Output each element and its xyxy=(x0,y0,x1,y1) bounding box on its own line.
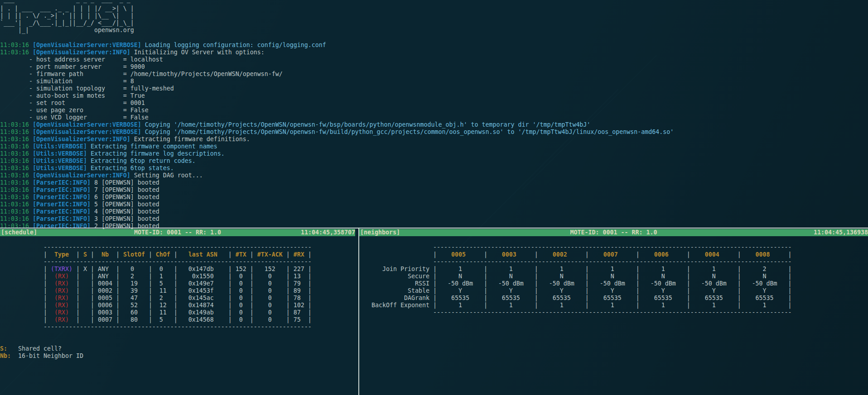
neighbors-refresh-timestamp: 11:04:45,136938 xyxy=(814,229,868,236)
table-row: | (RX) | | 0002 | 39 | 11 | 0x1453f | 0 … xyxy=(0,287,312,295)
pane-top-border xyxy=(0,228,868,228)
banner-line: ___ _ _ _ ___ _ _ xyxy=(0,0,134,3)
table-border: ----------------------------------------… xyxy=(361,244,792,251)
log-continuation-line: - port number server = 9000 xyxy=(0,63,674,71)
banner-line: | | || . \/ ._>| ' || | | |\__ \| | xyxy=(0,12,134,19)
table-row: DAGrank | 65535 | 65535 | 65535 | 65535 … xyxy=(361,295,792,302)
neighbors-mote-info: MOTE-ID: 0001 -- RR: 1.0 xyxy=(359,229,868,236)
table-row: | (TXRX) | X | ANY | 0 | 0 | 0x147db | 1… xyxy=(0,266,312,273)
log-line: 11:03:16 [Utils:VERBOSE] Extracting firm… xyxy=(0,143,674,150)
table-header-row: | Type | S | Nb | SlotOf | ChOf | last A… xyxy=(0,251,312,258)
table-row: RSSI | -50 dBm | -50 dBm | -50 dBm | -50… xyxy=(361,280,792,287)
log-line: 11:03:16 [ParserIEC:INFO] 4 [OPENWSN] bo… xyxy=(0,208,674,215)
log-continuation-line: - auto-boot sim motes = True xyxy=(0,92,674,100)
table-row: | (RX) | | ANY | 2 | 1 | 0x1550 | 0 | 0 … xyxy=(0,273,312,280)
schedule-pane-titlebar[interactable]: [schedule] MOTE-ID: 0001 -- RR: 1.0 11:0… xyxy=(0,229,355,236)
log-line: 11:03:16 [OpenVisualizerServer:VERBOSE] … xyxy=(0,42,674,49)
banner-line: |_| openwsn.org xyxy=(0,27,134,34)
log-line: 11:03:16 [OpenVisualizerServer:INFO] Ini… xyxy=(0,49,674,56)
log-continuation-line: - use VCD logger = False xyxy=(0,114,674,121)
table-border: ----------------------------------------… xyxy=(0,244,312,251)
log-line: 11:03:16 [OpenVisualizerServer:INFO] Ext… xyxy=(0,136,674,143)
log-line: 11:03:16 [Utils:VERBOSE] Extracting firm… xyxy=(0,150,674,157)
banner-line: | . | ___ ___ ._ _ | | | |/ __>| \ | xyxy=(0,5,134,12)
log-continuation-line: - use page zero = False xyxy=(0,107,674,114)
log-line: 11:03:16 [ParserIEC:INFO] 3 [OPENWSN] bo… xyxy=(0,215,674,223)
schedule-refresh-timestamp: 11:04:45,358707 xyxy=(301,229,355,236)
legend-line: Nb: 16-bit Neighbor ID xyxy=(0,352,312,360)
ascii-logo: | . | ___ ___ ._ _ | | | |/ __>| \ || | … xyxy=(0,5,134,34)
log-continuation-line: - host address server = localhost xyxy=(0,56,674,63)
table-row: | (RX) | | 0006 | 52 | 12 | 0x14874 | 0 … xyxy=(0,302,312,309)
table-row: Secure | N | N | N | N | N | N | N | xyxy=(361,273,792,280)
log-line: 11:03:16 [Utils:VERBOSE] Extracting 6top… xyxy=(0,157,674,165)
table-row: Join Priority | 1 | 1 | 1 | 1 | 1 | 1 | … xyxy=(361,266,792,273)
blank-line xyxy=(0,331,312,338)
log-line: 11:03:16 [ParserIEC:INFO] 7 [OPENWSN] bo… xyxy=(0,186,674,194)
table-border: ----------------------------------------… xyxy=(361,258,792,266)
table-row: | (RX) | | 0005 | 47 | 2 | 0x145ac | 0 |… xyxy=(0,295,312,302)
blank-line xyxy=(0,237,312,244)
log-line: 11:03:16 [ParserIEC:INFO] 8 [OPENWSN] bo… xyxy=(0,179,674,186)
terminal-screen: { "colors": { "background": "#0a2530", "… xyxy=(0,0,868,395)
log-continuation-line: - simulation topology = fully-meshed xyxy=(0,85,674,92)
table-header-row: | 0005 | 0003 | 0002 | 0007 | 0006 | 000… xyxy=(361,251,792,258)
table-row: Stable | Y | Y | Y | Y | Y | Y | Y | xyxy=(361,287,792,295)
banner-line: `___'| _/\___.|_|_||__/_/ <___/|_\_| xyxy=(0,19,134,27)
table-row: | (RX) | | 0007 | 80 | 5 | 0x14568 | 0 |… xyxy=(0,316,312,324)
server-log[interactable]: 11:03:16 [OpenVisualizerServer:VERBOSE] … xyxy=(0,42,674,230)
log-line: 11:03:16 [Utils:VERBOSE] Extracting 6top… xyxy=(0,165,674,172)
neighbors-table[interactable]: ----------------------------------------… xyxy=(361,237,792,316)
log-continuation-line: - firmware path = /home/timothy/Projects… xyxy=(0,71,674,78)
table-border: ----------------------------------------… xyxy=(0,324,312,331)
log-line: 11:03:16 [OpenVisualizerServer:VERBOSE] … xyxy=(0,128,674,136)
table-row: BackOff Exponent | 1 | 1 | 1 | 1 | 1 | 1… xyxy=(361,302,792,309)
table-border: ----------------------------------------… xyxy=(0,258,312,266)
table-border: ----------------------------------------… xyxy=(361,309,792,316)
log-line: 11:03:16 [OpenVisualizerServer:VERBOSE] … xyxy=(0,121,674,128)
neighbors-pane-titlebar[interactable]: [neighbors] MOTE-ID: 0001 -- RR: 1.0 11:… xyxy=(359,229,868,236)
legend-line: S: Shared cell? xyxy=(0,345,312,352)
log-line: 11:03:16 [OpenVisualizerServer:INFO] Set… xyxy=(0,172,674,179)
table-row: | (RX) | | 0003 | 60 | 11 | 0x149ab | 0 … xyxy=(0,309,312,316)
log-continuation-line: - simulation = 8 xyxy=(0,78,674,85)
log-continuation-line: - set root = 0001 xyxy=(0,100,674,107)
blank-line xyxy=(361,237,792,244)
log-line: 11:03:16 [ParserIEC:INFO] 6 [OPENWSN] bo… xyxy=(0,194,674,201)
log-line: 11:03:16 [ParserIEC:INFO] 5 [OPENWSN] bo… xyxy=(0,201,674,208)
ascii-logo-top: ___ _ _ _ ___ _ _ xyxy=(0,0,134,3)
schedule-table[interactable]: ----------------------------------------… xyxy=(0,237,312,360)
blank-line xyxy=(0,338,312,345)
table-row: | (RX) | | 0004 | 19 | 5 | 0x149e7 | 0 |… xyxy=(0,280,312,287)
